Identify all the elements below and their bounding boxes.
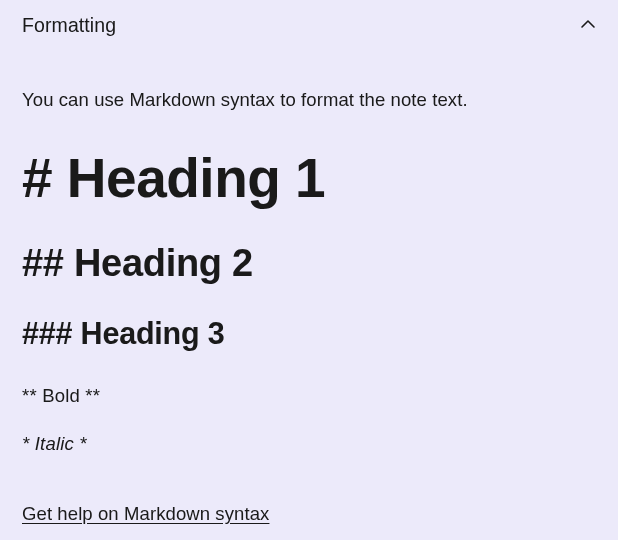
panel-header[interactable]: Formatting <box>0 0 618 51</box>
intro-text: You can use Markdown syntax to format th… <box>22 89 596 111</box>
help-link[interactable]: Get help on Markdown syntax <box>22 503 269 524</box>
heading3-example: ### Heading 3 <box>22 318 596 349</box>
heading2-example: ## Heading 2 <box>22 244 596 282</box>
formatting-panel: Formatting You can use Markdown syntax t… <box>0 0 618 540</box>
bold-example: ** Bold ** <box>22 385 596 407</box>
italic-example: * Italic * <box>22 433 596 455</box>
panel-body: You can use Markdown syntax to format th… <box>0 51 618 540</box>
panel-title: Formatting <box>22 14 116 37</box>
chevron-up-icon <box>580 16 596 32</box>
heading1-example: # Heading 1 <box>22 151 596 206</box>
